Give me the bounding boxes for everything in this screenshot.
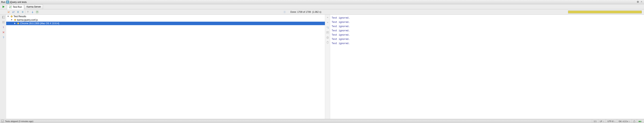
console-line: Test ignored.	[332, 37, 642, 41]
test-run-icon	[9, 5, 12, 8]
gear-icon[interactable]	[636, 0, 639, 4]
title-config-name: jQuery unit tests	[10, 1, 27, 3]
sort-icon[interactable]	[12, 10, 15, 14]
console-line: Test ignored.	[332, 16, 642, 20]
hide-icon[interactable]	[640, 0, 643, 4]
collapse-all-icon[interactable]	[21, 10, 24, 14]
svg-rect-11	[327, 38, 328, 38]
main-area: Test Results karma-jquery.conf.js Chrome…	[6, 15, 644, 119]
svg-rect-3	[2, 16, 3, 18]
status-dot-icon	[11, 15, 12, 17]
svg-rect-13	[1, 121, 4, 122]
pin-icon[interactable]	[2, 25, 5, 29]
tree-browser[interactable]: Chrome 28.0.1500 (Mac OS X 10.8.4)	[6, 22, 325, 25]
caret-position[interactable]: 1:1	[592, 119, 598, 123]
tab-karma-server[interactable]: Karma Server	[24, 4, 43, 9]
svg-text:1: 1	[640, 121, 641, 122]
console-output[interactable]: Test ignored. Test ignored. Test ignored…	[330, 15, 644, 119]
scroll-up-icon[interactable]	[326, 16, 329, 19]
tree-root[interactable]: Test Results	[6, 15, 325, 18]
tool-window-titlebar: Run C jQuery unit tests	[0, 0, 644, 4]
test-toolbar: Done: 1709 of 1709 (1.062 s)	[0, 9, 644, 15]
tree-label: Chrome 28.0.1500 (Mac OS X 10.8.4)	[20, 22, 59, 25]
expand-all-icon[interactable]	[16, 10, 20, 14]
console-line: Test ignored.	[332, 24, 642, 29]
chevron-right-icon[interactable]	[14, 23, 16, 24]
tab-label: Test Run	[13, 5, 22, 8]
svg-rect-10	[327, 37, 328, 37]
tab-label: Karma Server	[26, 5, 41, 8]
tree-label: Test Results	[14, 15, 26, 18]
rerun-button[interactable]	[1, 4, 6, 9]
status-message: Tests skipped (3 minutes ago)	[5, 120, 33, 123]
test-status-text: Done: 1709 of 1709 (1.062 s)	[290, 11, 322, 13]
tab-test-run[interactable]: Test Run	[7, 5, 24, 9]
run-config-icon: C	[6, 0, 9, 3]
prev-failed-icon[interactable]	[26, 10, 30, 14]
chevron-down-icon[interactable]	[11, 19, 12, 20]
hide-passed-icon[interactable]	[7, 10, 10, 14]
svg-point-7	[284, 12, 285, 12]
help-icon[interactable]: ?	[2, 36, 5, 39]
status-bar: Tests skipped (3 minutes ago) 1:1 LF↕ UT…	[0, 119, 644, 123]
export-icon[interactable]	[36, 10, 39, 14]
git-branch[interactable]: Git: v1.0.x↕	[617, 119, 632, 123]
toggle-layout-icon[interactable]	[2, 15, 5, 19]
console-line: Test ignored.	[332, 41, 642, 46]
console-toolbar	[325, 15, 330, 119]
history-icon[interactable]	[2, 20, 5, 24]
status-icon	[1, 120, 4, 123]
line-separator[interactable]: LF↕	[598, 119, 606, 123]
console-line: Test ignored.	[332, 20, 642, 24]
svg-text:?: ?	[3, 36, 4, 39]
close-icon[interactable]	[2, 30, 5, 34]
file-encoding[interactable]: UTF-8↕	[606, 119, 617, 123]
scroll-to-end-icon[interactable]	[326, 31, 329, 34]
chevron-down-icon[interactable]	[7, 16, 9, 17]
progress-fill	[568, 11, 642, 13]
tabs-row: Test Run Karma Server	[0, 4, 644, 9]
scroll-down-icon[interactable]	[326, 21, 329, 24]
status-dot-icon	[17, 22, 19, 24]
tree-conf[interactable]: karma-jquery.conf.js	[6, 18, 325, 22]
print-icon[interactable]	[326, 36, 329, 39]
trash-icon[interactable]	[326, 41, 329, 44]
test-tree[interactable]: Test Results karma-jquery.conf.js Chrome…	[6, 15, 325, 119]
progress-bar	[568, 11, 642, 13]
title-prefix: Run	[1, 1, 6, 3]
soft-wrap-icon[interactable]	[326, 26, 329, 29]
status-dot-icon	[14, 19, 16, 21]
console-line: Test ignored.	[332, 33, 642, 37]
test-settings-icon[interactable]	[283, 10, 286, 13]
svg-rect-14	[634, 121, 635, 122]
lock-icon[interactable]	[632, 119, 637, 123]
inspections-icon[interactable]: 1	[637, 119, 643, 123]
console-line: Test ignored.	[332, 29, 642, 33]
next-failed-icon[interactable]	[31, 10, 34, 14]
tree-label: karma-jquery.conf.js	[17, 18, 38, 21]
